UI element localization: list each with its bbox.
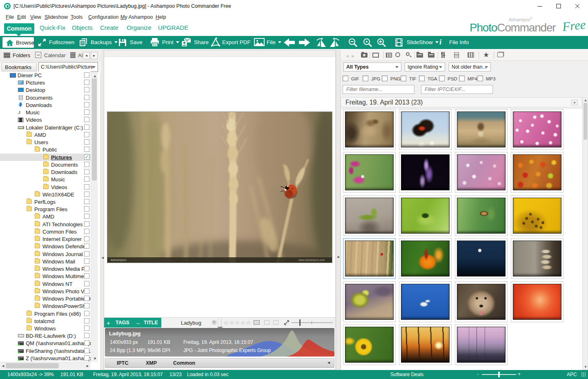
svg-text:www.ashampoo.com: www.ashampoo.com — [298, 259, 325, 262]
svg-text:Ashampoo: Ashampoo — [111, 258, 127, 262]
